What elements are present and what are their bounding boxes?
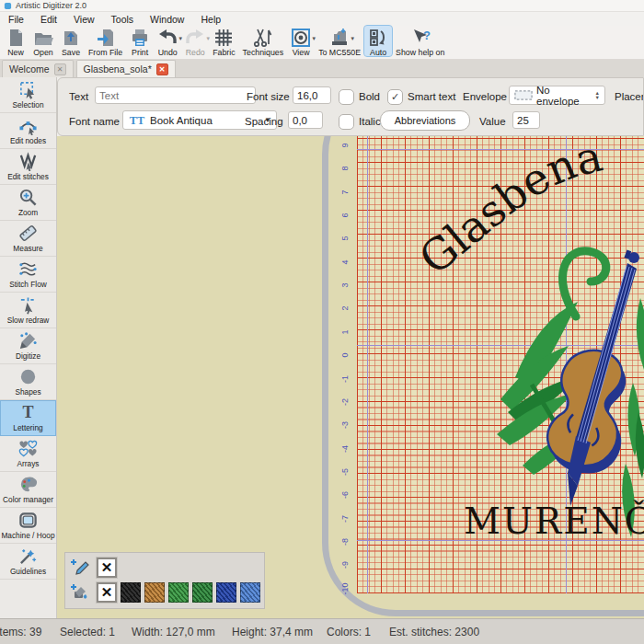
- menu-bar: FileEditViewToolsWindowHelp: [0, 12, 644, 26]
- sidebar-tool-edit-stitches[interactable]: Edit stitches: [0, 149, 56, 185]
- color-swatch[interactable]: [144, 582, 165, 603]
- dropdown-arrow-icon[interactable]: ▼: [350, 36, 355, 41]
- toolbar-button-label: Open: [33, 49, 53, 57]
- status-item: Est. stitches: 2300: [389, 626, 479, 638]
- sidebar-tool-zoom[interactable]: Zoom: [0, 185, 56, 221]
- spacing-label: Spacing: [245, 116, 283, 127]
- sidebar-tool-lettering[interactable]: TLettering: [0, 400, 56, 436]
- sidebar-tool-label: Selection: [12, 100, 43, 109]
- app-icon: [4, 2, 12, 10]
- ruler-number: 4: [340, 253, 350, 271]
- toolbar-button-show-help-on[interactable]: ?Show help on: [392, 26, 448, 56]
- spacing-input[interactable]: [288, 111, 323, 129]
- sidebar-tool-label: Measure: [13, 244, 42, 253]
- sidebar-tool-stitch-flow[interactable]: Stitch Flow: [0, 257, 56, 293]
- toolbar-button-label: Show help on: [396, 49, 444, 57]
- toolbar-button-to-mc550e[interactable]: ▼To MC550E: [315, 26, 364, 56]
- add-fill-bucket-icon[interactable]: [69, 582, 89, 603]
- toolbar-button-print[interactable]: Print: [126, 26, 154, 56]
- color-swatch[interactable]: [240, 582, 260, 603]
- toolbar-button-new[interactable]: New: [2, 26, 29, 56]
- toolbar-button-label: Auto: [370, 49, 386, 57]
- ruler-number: -1: [340, 370, 350, 388]
- ruler-number: 8: [340, 159, 350, 178]
- menu-tools[interactable]: Tools: [103, 14, 143, 25]
- ruler-number: 2: [340, 299, 350, 317]
- lettering-properties-panel: Text Font size Bold ✓ Smart text Envelop…: [57, 77, 644, 136]
- dropdown-arrow-icon[interactable]: ▼: [205, 36, 211, 41]
- menu-file[interactable]: File: [0, 14, 32, 25]
- menu-window[interactable]: Window: [142, 14, 192, 25]
- sidebar-tool-guidelines[interactable]: Guidelines: [0, 544, 56, 580]
- sidebar-tool-label: Edit stitches: [7, 172, 49, 181]
- digitize-icon: [18, 331, 38, 351]
- toolbar-button-techniques[interactable]: Techniques: [239, 26, 288, 56]
- sidebar-tool-selection[interactable]: Selection: [0, 77, 56, 113]
- toolbar-button-label: Save: [62, 49, 80, 57]
- status-item: Selected: 1: [60, 626, 115, 638]
- color-swatch[interactable]: [216, 582, 236, 603]
- machine-hoop-icon: [18, 511, 38, 530]
- font-size-input[interactable]: [293, 86, 331, 104]
- sidebar-tool-machine-hoop[interactable]: Machine / Hoop: [0, 508, 56, 544]
- menu-edit[interactable]: Edit: [32, 14, 65, 25]
- undo-arrow-icon: ▼: [157, 28, 178, 48]
- envelope-dropdown[interactable]: No envelope ▲▼: [509, 86, 605, 105]
- window-title: Artistic Digitizer 2.0: [16, 1, 86, 10]
- ruler-number: 9: [340, 136, 350, 155]
- menu-view[interactable]: View: [65, 14, 103, 25]
- close-icon[interactable]: ✕: [156, 63, 168, 75]
- toolbar-button-fabric[interactable]: Fabric: [209, 26, 238, 56]
- bold-checkbox[interactable]: [339, 89, 354, 105]
- embroidery-design[interactable]: Glasbena MURENČ: [357, 136, 644, 593]
- status-item: Width: 127,0 mm: [132, 626, 215, 638]
- main-toolbar: NewOpenSaveFrom FilePrint▼Undo▼RedoFabri…: [0, 26, 644, 60]
- color-swatch[interactable]: [168, 582, 189, 603]
- menu-help[interactable]: Help: [192, 14, 229, 25]
- sidebar-tool-color-manager[interactable]: Color manager: [0, 472, 56, 508]
- sidebar-tool-arrays[interactable]: Arrays: [0, 436, 56, 472]
- toolbar-button-undo[interactable]: ▼Undo: [154, 26, 181, 56]
- spinner-arrows-icon: ▲▼: [595, 91, 600, 100]
- add-outline-pen-icon[interactable]: [69, 558, 89, 578]
- toolbar-button-from-file[interactable]: From File: [85, 26, 126, 56]
- abbreviations-button[interactable]: Abbreviations: [380, 110, 470, 131]
- value-input[interactable]: [512, 111, 540, 129]
- dropdown-arrow-icon[interactable]: ▼: [311, 36, 316, 41]
- toolbar-button-auto[interactable]: Auto: [364, 26, 392, 56]
- sidebar-tool-measure[interactable]: Measure: [0, 221, 56, 257]
- tab-glasbena-sola-[interactable]: Glasbena_sola*✕: [76, 60, 176, 77]
- sidebar-tool-digitize[interactable]: Digitize: [0, 328, 56, 364]
- ruler-number: -7: [340, 510, 350, 528]
- sidebar-tool-slow-redraw[interactable]: Slow redraw: [0, 293, 56, 328]
- slow-redraw-icon: [18, 295, 38, 315]
- no-color-swatch[interactable]: ✕: [97, 558, 117, 578]
- color-swatch[interactable]: [192, 582, 213, 603]
- font-size-label: Font size: [247, 91, 290, 102]
- smart-text-checkbox[interactable]: ✓: [387, 89, 403, 105]
- text-label: Text: [69, 91, 88, 102]
- sidebar-tool-edit-nodes[interactable]: Edit nodes: [0, 113, 56, 149]
- italic-checkbox[interactable]: [339, 114, 354, 130]
- sidebar-tool-shapes[interactable]: Shapes: [0, 364, 56, 400]
- toolbar-button-open[interactable]: Open: [29, 26, 57, 56]
- no-color-swatch[interactable]: ✕: [97, 582, 117, 603]
- ruler-number: -6: [340, 486, 350, 504]
- svg-text:?: ?: [423, 29, 431, 42]
- design-canvas[interactable]: 9876543210-1-2-3-4-5-6-7-8-9-10: [57, 136, 644, 618]
- color-swatch[interactable]: [121, 582, 141, 603]
- toolbar-button-view[interactable]: ▼View: [287, 26, 315, 56]
- close-icon[interactable]: ✕: [54, 63, 66, 75]
- ruler-number: 5: [340, 229, 350, 247]
- ruler-number: -2: [340, 393, 350, 411]
- open-folder-icon: [33, 28, 53, 48]
- tab-welcome[interactable]: Welcome✕: [2, 60, 74, 77]
- sidebar-tool-label: Shapes: [15, 387, 40, 397]
- text-input[interactable]: [95, 86, 256, 104]
- toolbar-button-redo[interactable]: ▼Redo: [181, 26, 209, 56]
- sidebar-tool-label: Guidelines: [10, 567, 46, 576]
- sidebar-tool-label: Zoom: [18, 208, 38, 217]
- envelope-label: Envelope: [463, 91, 507, 102]
- toolbar-button-label: Print: [132, 49, 148, 57]
- toolbar-button-save[interactable]: Save: [57, 26, 85, 56]
